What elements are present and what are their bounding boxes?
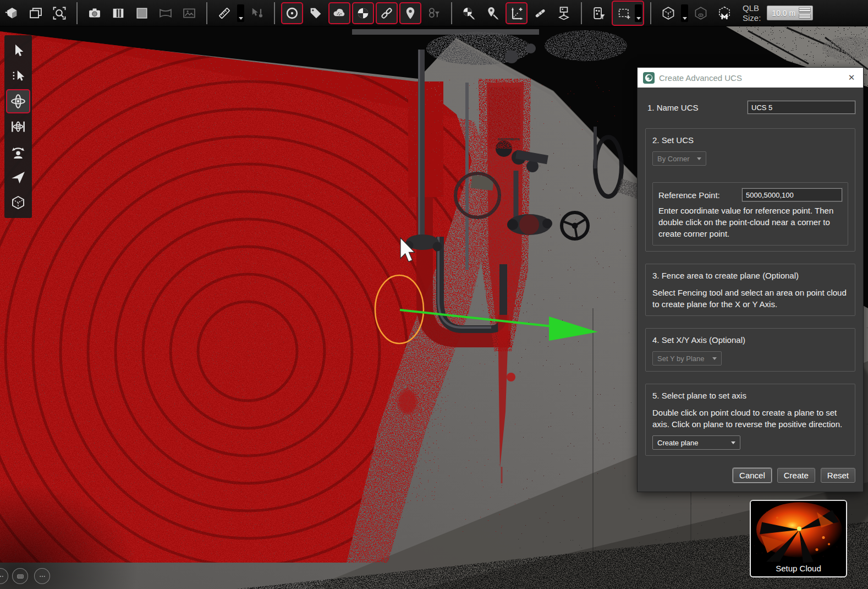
project-image-button[interactable] xyxy=(553,2,575,24)
look-around-icon xyxy=(10,144,26,160)
set-axis-dropdown[interactable]: Set Y by Plane xyxy=(652,351,722,366)
orbit-button[interactable] xyxy=(6,89,30,113)
scan-point-target-button[interactable] xyxy=(281,2,303,24)
edit-sphere-button[interactable] xyxy=(458,2,480,24)
import-project-icon xyxy=(4,6,20,21)
reference-point-help: Enter coordinate value for reference poi… xyxy=(658,205,842,239)
dialog-title: Create Advanced UCS xyxy=(659,73,841,83)
screenshot-camera-icon xyxy=(87,6,102,21)
reference-point-group: Reference Point: Enter coordinate value … xyxy=(652,182,848,246)
application-window: QLBSize: 10.0 m xyxy=(0,0,868,589)
ceiling-structure xyxy=(545,30,627,61)
chevron-down-icon xyxy=(683,17,687,20)
qlb-size-value: 10.0 m xyxy=(767,9,799,18)
reference-point-input[interactable] xyxy=(742,188,842,201)
project-image-icon xyxy=(556,6,572,21)
measure-ruler-dropdown[interactable] xyxy=(237,4,244,22)
solid-view-button[interactable] xyxy=(131,2,153,24)
clipping-box-manager-icon xyxy=(717,6,732,21)
screenshot-camera-button[interactable] xyxy=(84,2,106,24)
location-pin-button[interactable] xyxy=(399,2,421,24)
clipping-box-dropdown[interactable] xyxy=(681,4,688,22)
reference-sphere-icon xyxy=(355,6,371,21)
tag-button[interactable] xyxy=(305,2,327,24)
app-logo-icon xyxy=(643,72,655,84)
set-ucs-dropdown[interactable]: By Corner xyxy=(652,151,706,166)
create-button[interactable]: Create xyxy=(777,468,815,483)
dialog-button-row: Cancel Create Reset xyxy=(645,468,855,483)
overlay-more-button[interactable] xyxy=(34,568,50,584)
dialog-header[interactable]: Create Advanced UCS ✕ xyxy=(638,68,863,88)
close-icon[interactable]: ✕ xyxy=(845,72,858,84)
constrained-orbit-button[interactable] xyxy=(6,114,30,139)
create-ucs-axes-icon xyxy=(509,6,524,21)
import-project-button[interactable] xyxy=(1,2,23,24)
keyboard-icon xyxy=(15,571,25,581)
point-cloud-icon xyxy=(332,6,347,21)
ellipsis-icon xyxy=(37,571,47,581)
probe-cursor-button[interactable] xyxy=(246,2,268,24)
chevron-down-icon xyxy=(712,357,717,360)
location-pin-icon xyxy=(403,6,418,21)
clipping-box-visibility-button[interactable] xyxy=(690,2,712,24)
arrange-windows-button[interactable] xyxy=(25,2,47,24)
set-ucs-dropdown-value: By Corner xyxy=(657,155,690,163)
appearance-palette-icon xyxy=(591,6,607,21)
set-axis-title: 4. Set X/Y Axis (Optional) xyxy=(652,335,848,345)
set-ucs-title: 2. Set UCS xyxy=(652,135,848,145)
setup-cloud-thumbnail xyxy=(751,501,846,563)
measure-stick-button[interactable] xyxy=(529,2,551,24)
reset-button[interactable]: Reset xyxy=(821,468,855,483)
cancel-button[interactable]: Cancel xyxy=(733,468,772,483)
edit-pin-button[interactable] xyxy=(482,2,504,24)
create-ucs-axes-button[interactable] xyxy=(506,2,528,24)
marquee-selection-icon xyxy=(617,6,631,20)
top-toolbar: QLBSize: 10.0 m xyxy=(0,0,868,26)
name-ucs-label: 1. Name UCS xyxy=(647,103,699,112)
ceiling-fitting xyxy=(505,50,518,63)
zoom-region-button[interactable] xyxy=(48,2,70,24)
spin-up-icon xyxy=(799,7,811,13)
look-around-button[interactable] xyxy=(6,140,30,164)
constrained-orbit-icon xyxy=(10,118,26,135)
clipping-box-icon xyxy=(661,6,676,21)
red-valve-speckle xyxy=(488,87,520,149)
marquee-selection-button[interactable] xyxy=(612,1,644,26)
point-cloud-button[interactable] xyxy=(328,2,350,24)
ucs-name-input[interactable] xyxy=(748,101,855,114)
clipping-box-visibility-icon xyxy=(693,6,708,21)
fence-area-help: Select Fencing tool and select an area o… xyxy=(652,287,848,310)
appearance-palette-button[interactable] xyxy=(588,2,610,24)
toolbar-group-project xyxy=(1,2,70,24)
marquee-selection-dropdown[interactable] xyxy=(635,4,642,22)
reference-point-row: Reference Point: xyxy=(658,188,842,201)
qlb-size-stepper[interactable]: 10.0 m xyxy=(767,6,813,20)
toolbar-separator xyxy=(76,2,78,24)
overlay-keyboard-button[interactable] xyxy=(12,568,28,584)
measure-ruler-button[interactable] xyxy=(213,2,235,24)
chevron-down-icon xyxy=(239,17,243,20)
filter-objects-button[interactable] xyxy=(423,2,445,24)
create-plane-dropdown-value: Create plane xyxy=(657,439,698,447)
reference-sphere-button[interactable] xyxy=(352,2,374,24)
qlb-size-spin-buttons[interactable] xyxy=(799,7,811,19)
panorama-view-button[interactable] xyxy=(155,2,177,24)
fly-through-button[interactable] xyxy=(6,165,30,189)
clipping-box-manager-button[interactable] xyxy=(713,2,735,24)
clipping-box-button[interactable] xyxy=(657,2,679,24)
split-view-button[interactable] xyxy=(107,2,129,24)
link-objects-button[interactable] xyxy=(376,2,398,24)
link-objects-icon xyxy=(379,6,394,21)
arrange-windows-icon xyxy=(28,6,43,21)
examine-cube-button[interactable] xyxy=(6,190,30,215)
create-plane-dropdown[interactable]: Create plane xyxy=(652,435,740,450)
orbit-icon xyxy=(10,93,26,110)
marquee-selection-icon-wrap xyxy=(614,2,634,24)
setup-cloud-panel[interactable]: Setup Cloud xyxy=(750,500,847,577)
toolbar-group-create xyxy=(458,2,575,24)
select-points-button[interactable] xyxy=(6,64,30,88)
image-view-button[interactable] xyxy=(178,2,200,24)
toolbar-separator xyxy=(274,2,275,24)
select-cursor-button[interactable] xyxy=(6,39,30,63)
set-ucs-group: 2. Set UCS By Corner Reference Point: En… xyxy=(645,128,855,252)
